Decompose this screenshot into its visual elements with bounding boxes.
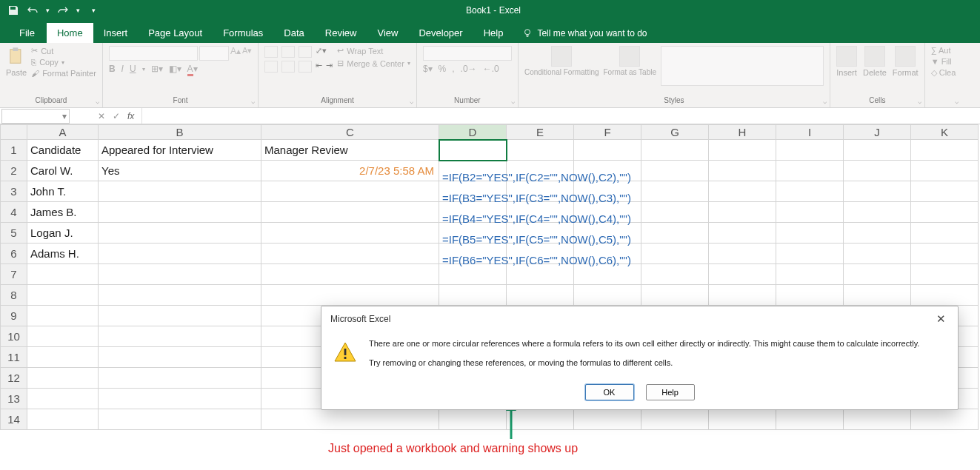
cell-J4[interactable] <box>844 202 911 223</box>
cell-A11[interactable] <box>27 347 99 368</box>
merge-center-button[interactable]: ⊟Merge & Center ▾ <box>337 58 410 68</box>
increase-font-icon[interactable]: A▴ <box>230 46 241 61</box>
border-button[interactable]: ⊞▾ <box>151 64 163 74</box>
percent-button[interactable]: % <box>439 64 447 74</box>
conditional-formatting-button[interactable]: Conditional Formatting <box>524 46 599 76</box>
fill-button[interactable]: ▼ Fill <box>931 57 956 66</box>
cell-J6[interactable] <box>844 244 911 264</box>
cell-D3[interactable]: =IF(B3="YES",IF(C3="",NOW(),C3),"") <box>439 181 507 202</box>
cell-J3[interactable] <box>844 181 911 202</box>
cell-G1[interactable] <box>641 140 709 161</box>
cell-A5[interactable]: Logan J. <box>27 223 99 244</box>
align-middle-button[interactable] <box>281 46 295 58</box>
cell-B12[interactable] <box>99 368 261 389</box>
cell-B6[interactable] <box>99 244 261 264</box>
format-painter-button[interactable]: 🖌Format Painter <box>31 69 96 78</box>
cell-C4[interactable] <box>261 202 439 223</box>
cell-B14[interactable] <box>99 409 261 430</box>
cell-I4[interactable] <box>776 202 844 223</box>
cell-C3[interactable] <box>261 181 439 202</box>
cell-J8[interactable] <box>844 285 911 306</box>
column-header-G[interactable]: G <box>641 125 709 140</box>
column-header-J[interactable]: J <box>844 125 911 140</box>
cell-G14[interactable] <box>641 409 709 430</box>
cell-K5[interactable] <box>911 223 979 244</box>
align-top-button[interactable] <box>264 46 278 58</box>
delete-cells-button[interactable]: Delete <box>863 46 887 77</box>
cell-K6[interactable] <box>911 244 979 264</box>
enter-formula-icon[interactable]: ✓ <box>113 111 120 121</box>
cell-K14[interactable] <box>911 409 979 430</box>
cell-A9[interactable] <box>27 306 99 326</box>
row-header-5[interactable]: 5 <box>1 223 27 244</box>
cell-B2[interactable]: Yes <box>99 161 261 181</box>
cell-J1[interactable] <box>844 140 911 161</box>
copy-button[interactable]: ⎘Copy ▾ <box>31 58 96 67</box>
tab-insert[interactable]: Insert <box>93 23 139 43</box>
cell-B8[interactable] <box>99 285 261 306</box>
tab-formulas[interactable]: Formulas <box>213 23 273 43</box>
row-header-9[interactable]: 9 <box>1 306 27 326</box>
increase-decimal-button[interactable]: .0→ <box>461 64 477 74</box>
column-header-E[interactable]: E <box>507 125 574 140</box>
cell-H7[interactable] <box>709 264 776 285</box>
column-header-K[interactable]: K <box>911 125 979 140</box>
cell-H3[interactable] <box>709 181 776 202</box>
row-header-12[interactable]: 12 <box>1 368 27 389</box>
cell-K7[interactable] <box>911 264 979 285</box>
cell-A2[interactable]: Carol W. <box>27 161 99 181</box>
cell-B11[interactable] <box>99 347 261 368</box>
ok-button[interactable]: OK <box>585 384 634 400</box>
cell-I5[interactable] <box>776 223 844 244</box>
tab-help[interactable]: Help <box>473 23 514 43</box>
bold-button[interactable]: B <box>109 64 116 74</box>
cell-F1[interactable] <box>574 140 641 161</box>
close-icon[interactable]: ✕ <box>933 312 949 326</box>
cell-J14[interactable] <box>844 409 911 430</box>
cell-B3[interactable] <box>99 181 261 202</box>
column-header-I[interactable]: I <box>776 125 844 140</box>
paste-button[interactable]: Paste <box>6 46 27 77</box>
cell-B10[interactable] <box>99 326 261 347</box>
number-format-select[interactable] <box>423 46 512 61</box>
cell-C6[interactable] <box>261 244 439 264</box>
cell-F14[interactable] <box>574 409 641 430</box>
orientation-button[interactable]: ⤢▾ <box>316 46 327 58</box>
cell-D14[interactable] <box>439 409 507 430</box>
row-header-14[interactable]: 14 <box>1 409 27 430</box>
cell-E1[interactable] <box>507 140 574 161</box>
font-name-select[interactable] <box>109 46 198 61</box>
increase-indent-button[interactable]: ⇥ <box>326 61 333 73</box>
cell-K1[interactable] <box>911 140 979 161</box>
cell-A13[interactable] <box>27 389 99 409</box>
fx-icon[interactable]: fx <box>127 111 134 121</box>
cell-A14[interactable] <box>27 409 99 430</box>
cell-A8[interactable] <box>27 285 99 306</box>
tab-home[interactable]: Home <box>47 23 93 43</box>
redo-dropdown-icon[interactable]: ▾ <box>76 7 80 14</box>
autosum-button[interactable]: ∑ Aut <box>931 46 956 55</box>
column-header-A[interactable]: A <box>27 125 99 140</box>
cell-G6[interactable] <box>641 244 709 264</box>
cell-H8[interactable] <box>709 285 776 306</box>
cell-G3[interactable] <box>641 181 709 202</box>
row-header-10[interactable]: 10 <box>1 326 27 347</box>
column-header-F[interactable]: F <box>574 125 641 140</box>
fill-color-button[interactable]: ◧▾ <box>169 64 181 74</box>
formula-input[interactable] <box>142 109 980 124</box>
align-bottom-button[interactable] <box>299 46 312 58</box>
cell-C8[interactable] <box>261 285 439 306</box>
tab-page-layout[interactable]: Page Layout <box>138 23 213 43</box>
wrap-text-button[interactable]: ↩Wrap Text <box>337 46 410 56</box>
cell-J2[interactable] <box>844 161 911 181</box>
align-center-button[interactable] <box>281 61 295 73</box>
cell-D2[interactable]: =IF(B2="YES",IF(C2="",NOW(),C2),"") <box>439 161 507 181</box>
cell-A1[interactable]: Candidate <box>27 140 99 161</box>
column-header-H[interactable]: H <box>709 125 776 140</box>
cell-A4[interactable]: James B. <box>27 202 99 223</box>
row-header-11[interactable]: 11 <box>1 347 27 368</box>
row-header-3[interactable]: 3 <box>1 181 27 202</box>
italic-button[interactable]: I <box>121 64 124 74</box>
cell-A7[interactable] <box>27 264 99 285</box>
cell-B7[interactable] <box>99 264 261 285</box>
